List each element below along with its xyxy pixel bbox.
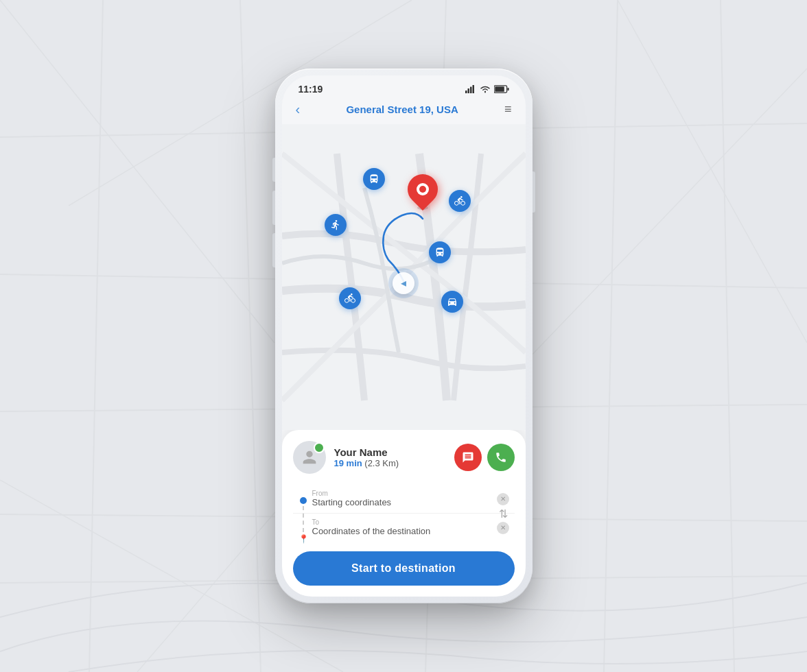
- menu-button[interactable]: ≡: [504, 102, 512, 117]
- svg-rect-19: [470, 87, 472, 94]
- svg-rect-20: [472, 85, 474, 93]
- from-label: From: [312, 490, 491, 497]
- driver-row: Your Name 19 min (2.3 Km): [293, 441, 515, 474]
- call-button[interactable]: [487, 444, 515, 471]
- swap-button[interactable]: ⇅: [499, 507, 508, 520]
- start-button[interactable]: Start to destination: [293, 551, 515, 586]
- svg-rect-24: [507, 88, 508, 91]
- route-dots: 📍: [299, 497, 309, 544]
- back-button[interactable]: ‹: [296, 101, 301, 117]
- power-button: [533, 171, 535, 213]
- map-icon-car[interactable]: [441, 291, 463, 313]
- svg-point-21: [484, 91, 486, 93]
- phone-mockup: 11:19: [275, 69, 533, 603]
- map-icon-bus-2[interactable]: [429, 241, 451, 263]
- navigation-arrow-icon: ◂: [401, 276, 406, 289]
- to-label: To: [312, 519, 491, 526]
- map-icon-bus-1[interactable]: [363, 168, 385, 190]
- svg-rect-17: [465, 91, 467, 93]
- driver-info: Your Name 19 min (2.3 Km): [334, 446, 446, 468]
- action-buttons: [454, 444, 515, 471]
- wifi-icon: [480, 85, 491, 93]
- from-clear-button[interactable]: ✕: [497, 493, 509, 505]
- header-title: General Street 19, USA: [300, 104, 504, 115]
- eta-value: 19 min: [334, 458, 362, 468]
- map-icon-bike-1[interactable]: [449, 190, 471, 212]
- route-line: [303, 506, 304, 532]
- destination-pin: [408, 174, 438, 210]
- from-dot: [300, 497, 307, 504]
- map-icon-bike-2[interactable]: [339, 287, 361, 309]
- status-bar: 11:19: [282, 75, 526, 97]
- header-bar: ‹ General Street 19, USA ≡: [282, 97, 526, 124]
- status-icons: [465, 85, 509, 93]
- to-clear-button[interactable]: ✕: [497, 522, 509, 534]
- from-value: Starting coordinates: [312, 497, 491, 507]
- battery-icon: [494, 85, 509, 93]
- status-time: 11:19: [299, 84, 323, 95]
- signal-icon: [465, 85, 476, 93]
- svg-rect-23: [495, 86, 504, 92]
- from-input-row[interactable]: From Starting coordinates ✕: [293, 485, 515, 514]
- map-icon-walk[interactable]: [325, 214, 347, 236]
- to-value: Coordinates of the destination: [312, 526, 491, 536]
- phone-screen: 11:19: [282, 75, 526, 597]
- silent-button: [272, 158, 275, 182]
- driver-eta: 19 min (2.3 Km): [334, 458, 446, 468]
- driver-name: Your Name: [334, 446, 446, 458]
- message-button[interactable]: [454, 444, 482, 471]
- bottom-panel: Your Name 19 min (2.3 Km) 📍: [282, 430, 526, 597]
- to-pin-icon: 📍: [299, 534, 309, 544]
- route-inputs: 📍 From Starting coordinates ✕ To Coordin…: [293, 485, 515, 542]
- svg-rect-18: [467, 88, 469, 93]
- volume-down-button: [272, 233, 275, 267]
- map-area[interactable]: ◂: [282, 124, 526, 430]
- driver-avatar: [293, 441, 326, 474]
- to-input-row[interactable]: To Coordinates of the destination ✕: [293, 514, 515, 542]
- volume-up-button: [272, 191, 275, 225]
- current-location-marker: ◂: [388, 268, 419, 298]
